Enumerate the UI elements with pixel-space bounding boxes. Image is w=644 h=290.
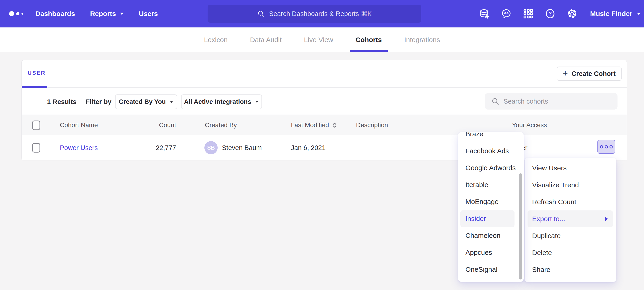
table-row[interactable]: Power Users 22,777 SB Steven Baum Jan 6,… [22, 135, 627, 160]
nav-item-dashboards[interactable]: Dashboards [36, 10, 75, 18]
data-management-icon[interactable] [479, 9, 490, 19]
section-tabs: LexiconData AuditLive ViewCohortsIntegra… [0, 28, 644, 52]
integrations-filter-value: All Active Integrations [184, 98, 252, 105]
submenu-arrow-icon [605, 216, 608, 221]
context-item-share[interactable]: Share [528, 261, 613, 278]
search-icon [491, 97, 500, 105]
context-item-label: View Users [532, 164, 566, 172]
mixpanel-logo-icon[interactable] [9, 0, 23, 28]
export-destinations-list: BrazeFacebook AdsGoogle AdwordsIterableM… [460, 132, 514, 278]
search-icon [257, 10, 265, 18]
col-cohort-name: Cohort Name [60, 115, 98, 135]
cohort-name-link[interactable]: Power Users [60, 135, 98, 160]
created-by-value: Steven Baum [222, 135, 262, 160]
caret-down-icon [255, 100, 259, 103]
export-destination-chameleon[interactable]: Chameleon [460, 227, 514, 244]
cohort-context-list: View UsersVisualize TrendRefresh CountEx… [528, 160, 613, 278]
tab-integrations[interactable]: Integrations [393, 28, 451, 52]
active-tab-underline [22, 86, 47, 88]
avatar: SB [204, 141, 218, 154]
row-actions-button[interactable] [598, 140, 615, 154]
feedback-bubble-icon[interactable] [501, 9, 512, 19]
context-item-visualize-trend[interactable]: Visualize Trend [528, 177, 613, 194]
dot-icon [605, 145, 608, 149]
logo-dot [22, 13, 23, 15]
context-item-view-users[interactable]: View Users [528, 160, 613, 177]
integrations-filter-dropdown[interactable]: All Active Integrations [181, 94, 262, 109]
plus-icon: + [563, 69, 568, 78]
select-all-checkbox[interactable] [32, 120, 40, 130]
last-modified-value: Jan 6, 2021 [291, 135, 326, 160]
workspace-switcher[interactable]: Music Finder [590, 10, 641, 18]
divider [22, 87, 627, 88]
export-destination-braze[interactable]: Braze [460, 132, 514, 142]
settings-gear-icon[interactable] [567, 9, 577, 19]
col-description: Description [356, 115, 388, 135]
export-destination-facebook-ads[interactable]: Facebook Ads [460, 142, 514, 160]
dot-icon [610, 145, 613, 149]
nav-item-label: Users [139, 10, 158, 18]
workspace-name: Music Finder [590, 10, 632, 18]
col-last-modified[interactable]: Last Modified [291, 115, 337, 135]
context-item-duplicate[interactable]: Duplicate [528, 227, 613, 244]
col-created-by: Created By [205, 115, 237, 135]
context-item-label: Visualize Trend [532, 181, 579, 189]
create-cohort-label: Create Cohort [572, 70, 616, 78]
col-count: Count [151, 115, 176, 135]
context-item-refresh-count[interactable]: Refresh Count [528, 194, 613, 210]
row-checkbox[interactable] [32, 143, 40, 153]
table-header: Cohort Name Count Created By Last Modifi… [22, 115, 627, 135]
nav-item-reports[interactable]: Reports [90, 10, 124, 18]
topbar-nav: DashboardsReportsUsers [36, 0, 158, 28]
create-cohort-button[interactable]: + Create Cohort [557, 67, 622, 81]
nav-item-label: Dashboards [36, 10, 75, 18]
search-cohorts-input[interactable]: Search cohorts [485, 93, 618, 109]
logo-dot [16, 12, 20, 15]
export-destination-iterable[interactable]: Iterable [460, 176, 514, 193]
tab-user-cohorts[interactable]: USER [28, 70, 46, 76]
export-destination-onesignal[interactable]: OneSignal [460, 261, 514, 278]
global-search-input[interactable]: Search Dashboards & Reports ⌘K [208, 5, 421, 23]
sort-icon [332, 122, 337, 128]
cohorts-card: USER + Create Cohort 1 Results Filter by… [22, 60, 627, 160]
context-item-export-to[interactable]: Export to... [528, 210, 613, 227]
results-count: 1 Results [47, 98, 76, 106]
created-by-filter-value: Created By You [119, 98, 166, 105]
context-item-label: Export to... [532, 215, 565, 223]
global-search-placeholder: Search Dashboards & Reports ⌘K [269, 10, 372, 18]
top-bar: DashboardsReportsUsers Search Dashboards… [0, 0, 644, 28]
filter-by-label: Filter by [86, 98, 112, 106]
col-last-modified-label: Last Modified [291, 121, 329, 129]
export-destinations-menu: BrazeFacebook AdsGoogle AdwordsIterableM… [458, 132, 524, 282]
topbar-right: ? Music Finder [479, 0, 641, 28]
context-item-label: Delete [532, 249, 552, 257]
nav-item-users[interactable]: Users [139, 10, 158, 18]
apps-grid-icon[interactable] [523, 9, 534, 19]
help-icon[interactable]: ? [545, 9, 556, 19]
context-item-label: Share [532, 266, 550, 273]
tab-live-view[interactable]: Live View [293, 28, 344, 52]
created-by-filter-dropdown[interactable]: Created By You [115, 94, 177, 109]
export-destination-google-adwords[interactable]: Google Adwords [460, 160, 514, 176]
context-item-label: Duplicate [532, 232, 561, 240]
context-item-label: Refresh Count [532, 198, 576, 206]
divider [78, 97, 78, 107]
export-destination-appcues[interactable]: Appcues [460, 244, 514, 261]
svg-text:?: ? [548, 11, 552, 17]
export-destination-moengage[interactable]: MoEngage [460, 193, 514, 210]
cohort-context-menu: View UsersVisualize TrendRefresh CountEx… [524, 158, 616, 282]
nav-item-label: Reports [90, 10, 116, 18]
tab-cohorts[interactable]: Cohorts [344, 28, 393, 52]
search-cohorts-placeholder: Search cohorts [504, 98, 548, 105]
cohort-count: 22,777 [142, 135, 176, 160]
export-destination-insider[interactable]: Insider [460, 210, 514, 227]
chevron-down-icon [636, 12, 641, 15]
context-item-delete[interactable]: Delete [528, 244, 613, 261]
caret-down-icon [120, 12, 124, 15]
tab-data-audit[interactable]: Data Audit [239, 28, 293, 52]
caret-down-icon [170, 100, 174, 103]
scrollbar-thumb[interactable] [519, 173, 522, 279]
logo-dot [9, 11, 14, 16]
dot-icon [600, 145, 603, 149]
tab-lexicon[interactable]: Lexicon [193, 28, 239, 52]
